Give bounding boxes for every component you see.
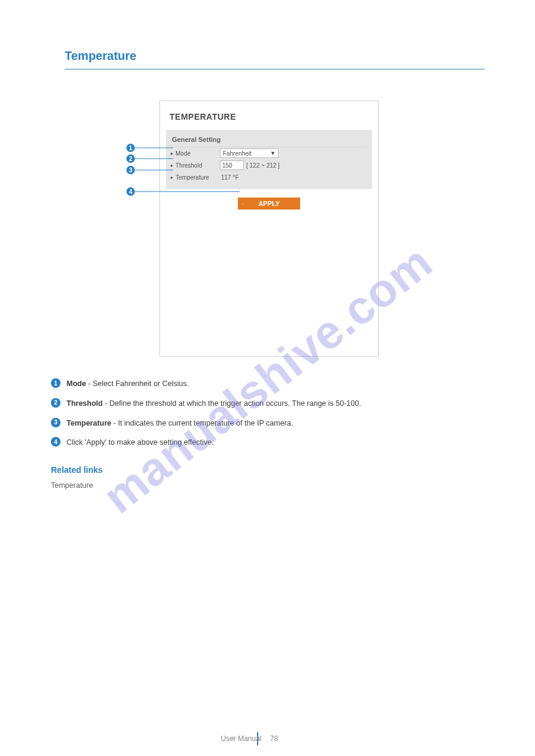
- svg-point-3: [126, 154, 135, 163]
- explain-desc-2: - Define the threshold at which the trig…: [102, 399, 361, 408]
- related-link-temperature[interactable]: Temperature: [51, 480, 482, 491]
- threshold-label: Threshold: [176, 162, 220, 169]
- chevron-down-icon: ▼: [270, 150, 276, 156]
- page-title: Temperature: [65, 49, 485, 69]
- threshold-input[interactable]: 150: [220, 160, 244, 170]
- threshold-range-hint: [ 122 ~ 212 ]: [246, 162, 280, 169]
- mode-label: Mode: [176, 150, 220, 157]
- explain-bullet-4: 4: [51, 437, 61, 447]
- explain-term-3: Temperature: [67, 419, 111, 427]
- explain-bullet-1: 1: [51, 378, 61, 388]
- mode-select[interactable]: Fahrenheit ▼: [220, 148, 279, 158]
- svg-point-7: [126, 187, 135, 196]
- callout-pointer-icon: ▸: [171, 175, 176, 180]
- card-heading: General Setting: [171, 133, 367, 147]
- temperature-label: Temperature: [176, 174, 220, 181]
- explain-desc-4: Click 'Apply' to make above setting effe…: [67, 438, 214, 447]
- apply-button[interactable]: → APPLY: [238, 198, 300, 210]
- apply-button-label: APPLY: [258, 200, 280, 207]
- explain-item-3: 3 Temperature - It indicates the current…: [51, 418, 482, 429]
- callout-pointer-icon: ▸: [171, 151, 176, 156]
- explain-term-2: Threshold: [67, 399, 102, 408]
- callout-pointer-icon: ▸: [171, 163, 176, 168]
- callout-bullet-2: 2: [129, 156, 132, 162]
- explain-item-4: 4 Click 'Apply' to make above setting ef…: [51, 437, 482, 448]
- svg-point-1: [126, 144, 135, 152]
- settings-screenshot: TEMPERATURE General Setting ▸ Mode Fahre…: [159, 101, 379, 357]
- explain-item-2: 2 Threshold - Define the threshold at wh…: [51, 398, 482, 409]
- explain-bullet-3: 3: [51, 418, 61, 427]
- panel-title: TEMPERATURE: [170, 112, 372, 122]
- related-links-heading: Related links: [51, 464, 482, 476]
- explain-item-1: 1 Mode - Select Fahrenheit or Celsius.: [51, 378, 482, 390]
- threshold-value: 150: [222, 162, 232, 169]
- footer-doc-title: User Manual: [220, 734, 261, 743]
- temperature-value: 117 °F: [221, 174, 239, 181]
- svg-point-5: [126, 166, 135, 174]
- explain-bullet-2: 2: [51, 398, 61, 408]
- explanation-list: 1 Mode - Select Fahrenheit or Celsius. 2…: [51, 378, 482, 491]
- general-setting-card: General Setting ▸ Mode Fahrenheit ▼ ▸: [166, 130, 372, 189]
- page-footer: User Manual 78: [0, 732, 535, 756]
- callout-bullet-4: 4: [129, 189, 132, 195]
- footer-page-number: 78: [270, 734, 278, 743]
- explain-term-1: Mode: [67, 379, 86, 388]
- mode-select-value: Fahrenheit: [223, 150, 252, 157]
- callout-bullet-3: 3: [129, 167, 132, 174]
- arrow-right-icon: →: [240, 202, 244, 206]
- explain-desc-3: - It indicates the current temperature o…: [111, 419, 293, 427]
- callout-bullet-1: 1: [129, 145, 132, 151]
- mode-row: ▸ Mode Fahrenheit ▼: [171, 147, 367, 159]
- explain-desc-1: - Select Fahrenheit or Celsius.: [86, 379, 189, 388]
- threshold-row: ▸ Threshold 150 [ 122 ~ 212 ]: [171, 159, 367, 171]
- temperature-row: ▸ Temperature 117 °F: [171, 171, 367, 183]
